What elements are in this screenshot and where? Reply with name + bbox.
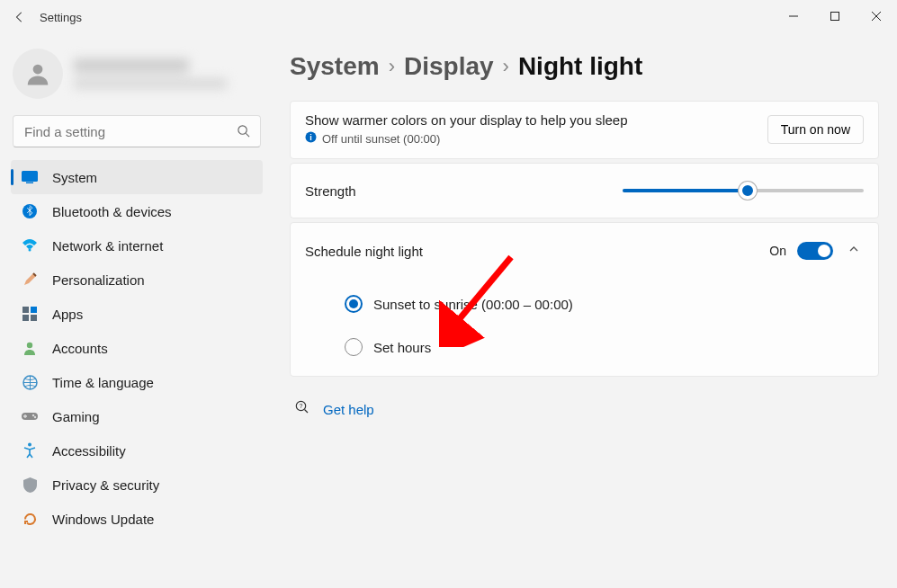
radio-sunset-to-sunrise[interactable]: Sunset to sunrise (00:00 – 00:00) [345, 295, 864, 313]
sidebar-item-label: Personalization [52, 272, 145, 288]
sidebar-item-label: Apps [52, 307, 83, 322]
help-icon: ? [295, 400, 310, 419]
update-icon [22, 511, 38, 527]
sidebar-item-label: System [52, 170, 97, 185]
svg-point-18 [28, 443, 31, 447]
chevron-right-icon: › [503, 55, 509, 78]
paintbrush-icon [22, 272, 38, 288]
schedule-toggle[interactable] [797, 242, 833, 260]
svg-point-3 [238, 126, 247, 134]
sidebar-item-label: Windows Update [52, 512, 154, 527]
breadcrumb-display[interactable]: Display [404, 52, 494, 81]
svg-line-22 [305, 410, 309, 414]
user-info [74, 58, 227, 89]
radio-set-hours[interactable]: Set hours [345, 338, 864, 356]
intro-description: Show warmer colors on your display to he… [305, 112, 628, 128]
sidebar-item-apps[interactable]: Apps [11, 297, 263, 331]
radio-icon [345, 295, 363, 313]
get-help-link[interactable]: Get help [323, 402, 374, 417]
avatar [13, 49, 63, 99]
sidebar-item-windows-update[interactable]: Windows Update [11, 502, 263, 536]
svg-text:?: ? [300, 403, 303, 409]
toggle-state-text: On [769, 244, 786, 258]
sidebar-item-accounts[interactable]: Accounts [11, 331, 263, 365]
info-icon: i [305, 131, 317, 146]
sidebar-item-personalization[interactable]: Personalization [11, 263, 263, 297]
radio-label: Sunset to sunrise (00:00 – 00:00) [373, 297, 573, 312]
bluetooth-icon [22, 203, 38, 219]
svg-text:i: i [309, 133, 312, 142]
breadcrumb: System › Display › Night light [290, 52, 879, 81]
svg-point-13 [27, 343, 32, 348]
svg-rect-1 [831, 13, 839, 21]
minimize-button[interactable] [773, 0, 814, 32]
svg-rect-10 [31, 307, 37, 313]
sidebar-item-label: Privacy & security [52, 477, 159, 493]
schedule-label: Schedule night light [305, 244, 423, 259]
strength-label: Strength [305, 183, 356, 199]
radio-label: Set hours [373, 340, 431, 355]
sidebar-item-label: Bluetooth & devices [52, 204, 172, 219]
turn-on-now-button[interactable]: Turn on now [767, 115, 864, 144]
user-profile[interactable] [11, 40, 263, 115]
sidebar-item-gaming[interactable]: Gaming [11, 399, 263, 433]
svg-rect-6 [26, 183, 33, 184]
wifi-icon [22, 237, 38, 254]
back-button[interactable] [5, 3, 34, 31]
svg-rect-12 [31, 315, 37, 321]
svg-point-8 [29, 249, 31, 252]
sidebar-item-label: Gaming [52, 409, 100, 424]
globe-clock-icon [22, 374, 38, 390]
sidebar-item-label: Accessibility [52, 443, 126, 459]
svg-rect-11 [22, 315, 29, 321]
svg-line-4 [246, 133, 249, 137]
gamepad-icon [22, 408, 38, 424]
strength-slider[interactable] [623, 182, 864, 200]
svg-rect-5 [22, 171, 38, 182]
chevron-up-icon [848, 243, 860, 255]
search-input[interactable] [13, 115, 261, 147]
sidebar-item-time-language[interactable]: Time & language [11, 365, 263, 399]
svg-rect-9 [22, 307, 29, 313]
sidebar-item-network[interactable]: Network & internet [11, 228, 263, 263]
sidebar-item-accessibility[interactable]: Accessibility [11, 433, 263, 468]
svg-point-16 [32, 414, 34, 416]
chevron-right-icon: › [389, 55, 395, 78]
search-icon [237, 124, 250, 141]
status-text: Off until sunset (00:00) [322, 132, 440, 146]
maximize-button[interactable] [814, 0, 856, 32]
accessibility-icon [22, 442, 38, 459]
apps-icon [22, 306, 38, 322]
sidebar-item-label: Time & language [52, 375, 154, 390]
system-icon [22, 169, 38, 185]
sidebar-item-label: Accounts [52, 341, 108, 356]
search-container [13, 115, 261, 147]
close-button[interactable] [856, 0, 897, 32]
sidebar-item-system[interactable]: System [11, 160, 263, 194]
radio-icon [345, 338, 363, 356]
svg-point-2 [33, 65, 43, 75]
sidebar-item-bluetooth[interactable]: Bluetooth & devices [11, 194, 263, 228]
app-title: Settings [34, 11, 82, 24]
breadcrumb-system[interactable]: System [290, 52, 380, 81]
person-icon [22, 340, 38, 356]
svg-point-17 [34, 416, 36, 418]
sidebar-item-label: Network & internet [52, 238, 163, 254]
shield-icon [22, 477, 38, 493]
collapse-button[interactable] [844, 239, 864, 263]
page-title: Night light [518, 52, 642, 81]
sidebar-item-privacy[interactable]: Privacy & security [11, 468, 263, 502]
